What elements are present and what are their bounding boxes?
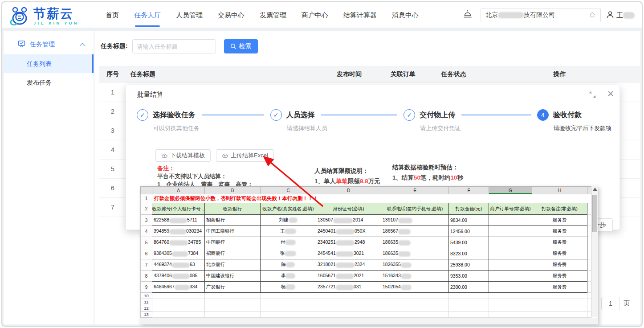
excel-column-letter: G (489, 187, 532, 194)
excel-cell: 24545413021 (316, 248, 381, 259)
excel-row: 964845967334广发银行杨235772103115020542300.0… (141, 282, 591, 293)
remark-notes: 备注： 平台不支持以下人员结算： 1、企业的法人、董事、监事、高管； (157, 164, 253, 188)
excel-vertical-scrollbar[interactable] (591, 186, 598, 317)
excel-cell (449, 312, 489, 318)
excel-column-letter: H (532, 187, 587, 194)
step-upload-deliverable: ✓ 交付物上传 请上传交付凭证 (404, 109, 537, 132)
excel-row: 7446937463北京银行陈32180212324182635525938.0… (141, 259, 591, 271)
nav-item-invoice[interactable]: 发票管理 (260, 11, 286, 20)
col-header-related-order: 关联订单 (378, 70, 428, 78)
excel-cell: 32180212324 (316, 259, 381, 271)
company-selector[interactable]: 北京 技有限公司 (481, 8, 601, 22)
row-number: 1 (99, 89, 126, 96)
excel-column-letter: F (449, 187, 489, 194)
excel-cell: 服务费 (532, 237, 587, 248)
task-management-icon (18, 40, 25, 49)
col-header-index: 序号 (99, 70, 126, 78)
nav-item-trade-center[interactable]: 交易中心 (218, 11, 245, 20)
nav-item-message-center[interactable]: 消息中心 (392, 11, 419, 20)
excel-column-letter: B (205, 187, 261, 194)
search-button[interactable]: 检索 (224, 39, 258, 53)
nav-item-home[interactable]: 首页 (106, 11, 119, 20)
excel-cell (489, 305, 532, 312)
sidebar-item-publish-task[interactable]: 发布任务 (4, 73, 94, 92)
user-name-prefix: 王 (616, 11, 623, 20)
excel-cell (261, 312, 316, 318)
excel-grid: ABCDEFGH1打款金额必须保留两位小数，否则打款可能会出现失败！本行勿删！！… (140, 186, 591, 324)
sidebar: 任务管理 任务列表 发布任务 (4, 31, 94, 324)
brand-subtitle: JIE XIN YUN (33, 21, 79, 25)
excel-cell: 2357721031 (316, 282, 381, 293)
limit-line: 1、单人单笔限额9.8万元 (314, 177, 380, 185)
excel-cell (381, 305, 449, 312)
excel-cell: 64845967334 (152, 282, 205, 293)
excel-cell (489, 226, 532, 237)
excel-cell (532, 293, 587, 299)
excel-cell: 王 (261, 226, 316, 237)
excel-column-letter: E (381, 187, 449, 194)
excel-cell (381, 312, 449, 318)
navbar-right: 北京 技有限公司 王 (463, 2, 635, 28)
excel-cell: 5439.00 (449, 237, 489, 248)
notification-bell-icon[interactable] (463, 9, 473, 21)
excel-cell (205, 312, 261, 318)
nav-item-personnel[interactable]: 人员管理 (176, 11, 203, 20)
task-title-input[interactable] (132, 39, 216, 53)
sidebar-group-label: 任务管理 (30, 41, 55, 49)
sidebar-group-task-management[interactable]: 任务管理 (4, 35, 94, 54)
excel-row: 693843057384招商银行张245454130211866358323.0… (141, 248, 591, 259)
settlement-excel-sheet: ABCDEFGH1打款金额必须保留两位小数，否则打款可能会出现失败！本行勿删！！… (140, 186, 598, 324)
step-select-task: ✓ 选择验收任务 可以切换其他任务 (137, 109, 270, 132)
verify-title: 结算数据核验耗时预估： (392, 164, 463, 172)
excel-cell (152, 293, 205, 299)
excel-cell: 9834.00 (449, 215, 489, 226)
remark-label: 备注： (157, 164, 253, 172)
page-number-input[interactable] (601, 297, 620, 310)
user-icon (606, 11, 616, 20)
excel-cell: 1516343 (381, 271, 449, 282)
home-icon (589, 11, 596, 20)
step-connector (321, 115, 398, 115)
excel-horizontal-scrollbar[interactable] (140, 318, 598, 324)
user-menu[interactable]: 王 (606, 11, 635, 20)
excel-cell: 16056712021 (316, 271, 381, 282)
excel-row-number: 8 (141, 271, 152, 282)
excel-row-number: 1 (141, 194, 152, 203)
excel-cell (205, 305, 261, 312)
excel-cell: 服务费 (532, 226, 587, 237)
nav-item-merchant-center[interactable]: 商户中心 (302, 11, 328, 20)
row-number: 4 (99, 146, 126, 153)
scroll-up-arrow-icon[interactable] (593, 188, 597, 191)
excel-corner-cell (141, 187, 152, 194)
excel-cell: 陈 (261, 259, 316, 271)
fullscreen-icon[interactable] (589, 91, 596, 100)
brand-logo[interactable]: 节薪云 JIE XIN YUN (9, 5, 79, 27)
download-template-button[interactable]: 下载结算模板 (155, 149, 211, 162)
stepper: ✓ 选择验收任务 可以切换其他任务 ✓ 人员选择 请选择结算人员 ✓ 交付物上传 (137, 109, 611, 132)
excel-cell (205, 299, 261, 305)
excel-cell: 服务费 (532, 215, 587, 226)
scrollbar-thumb[interactable] (592, 195, 597, 232)
excel-cell (489, 282, 532, 293)
template-buttons: 下载结算模板 上传结算Excel (155, 149, 274, 162)
app-window: 节薪云 JIE XIN YUN 首页 任务大厅 人员管理 交易中心 发票管理 商… (0, 0, 644, 328)
modal-title: 批量结算 (137, 90, 163, 99)
upload-excel-button[interactable]: 上传结算Excel (216, 149, 274, 162)
no-support-title: 平台不支持以下人员结算： (157, 172, 253, 180)
sidebar-item-task-list[interactable]: 任务列表 (4, 54, 94, 73)
verify-notes: 结算数据核验耗时预估： 1、结算50笔，耗时约10秒 (392, 164, 463, 182)
cloud-download-icon (161, 153, 167, 159)
row-number: 3 (99, 127, 126, 134)
close-icon[interactable]: ✕ (607, 89, 614, 99)
excel-row: 586476034785中国银行付234025129481866355439.0… (141, 237, 591, 248)
step-connector (461, 115, 531, 115)
brand-logo-icon (9, 5, 30, 27)
step-connector (202, 115, 264, 115)
excel-cell (316, 293, 381, 299)
nav-item-task-hall[interactable]: 任务大厅 (134, 11, 161, 20)
excel-warning-text: 打款金额必须保留两位小数，否则打款可能会出现失败！本行勿删！！！ (152, 194, 591, 203)
excel-row: 36225885711招商银行刘建13050720141391079834.00… (141, 215, 591, 226)
step-select-personnel: ✓ 人员选择 请选择结算人员 (270, 109, 404, 132)
cloud-upload-icon (222, 153, 228, 159)
nav-item-settlement-calculator[interactable]: 结算计算器 (343, 11, 377, 20)
